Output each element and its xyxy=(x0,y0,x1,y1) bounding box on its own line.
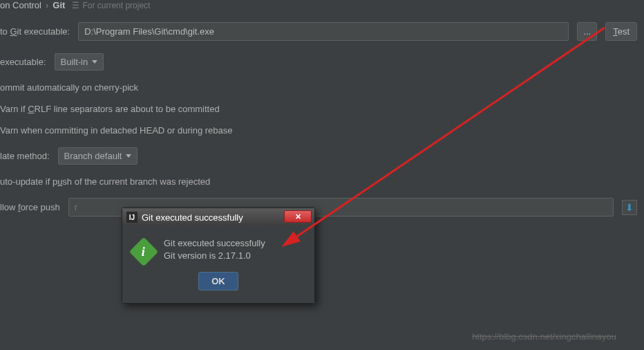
chevron-down-icon xyxy=(126,154,131,158)
import-button[interactable]: ⬇ xyxy=(622,200,637,215)
dialog-title-text: Git executed successfully xyxy=(142,212,243,223)
detached-option[interactable]: Varn when committing in detached HEAD or… xyxy=(0,120,637,141)
update-method-select[interactable]: Branch default xyxy=(58,147,138,165)
app-icon: IJ xyxy=(126,212,138,223)
git-path-label: to Git executable: xyxy=(0,26,70,37)
breadcrumb-parent: on Control xyxy=(0,0,41,10)
git-result-dialog: IJ Git executed successfully ✕ i Git exe… xyxy=(122,208,315,304)
git-path-input[interactable] xyxy=(78,22,569,41)
force-push-label: llow force push xyxy=(0,202,60,212)
close-button[interactable]: ✕ xyxy=(284,210,312,223)
test-button[interactable]: Test xyxy=(605,22,637,41)
breadcrumb-current: Git xyxy=(53,0,65,10)
scope-label: ☰ For current project xyxy=(72,1,150,10)
breadcrumb-sep: › xyxy=(46,0,48,10)
chevron-down-icon xyxy=(92,60,97,64)
update-method-label: late method: xyxy=(0,151,50,161)
watermark: https://blbg.csdn.net/xingchallinayou xyxy=(472,331,616,342)
close-icon: ✕ xyxy=(295,212,301,221)
ssh-select[interactable]: Built-in xyxy=(55,53,104,71)
browse-button[interactable]: ... xyxy=(577,22,597,41)
auto-update-option[interactable]: uto-update if push of the current branch… xyxy=(0,171,637,192)
ssh-label: executable: xyxy=(0,57,46,67)
info-icon: i xyxy=(129,237,158,266)
dialog-titlebar[interactable]: IJ Git executed successfully ✕ xyxy=(122,208,314,226)
ok-button[interactable]: OK xyxy=(198,272,238,291)
dialog-message: Git executed successfully Git version is… xyxy=(164,237,265,262)
scope-icon: ☰ xyxy=(72,1,79,10)
cherry-pick-option[interactable]: ommit automatically on cherry-pick xyxy=(0,77,637,98)
crlf-option[interactable]: Varn if CRLF line separators are about t… xyxy=(0,98,637,120)
import-icon: ⬇ xyxy=(625,202,634,213)
